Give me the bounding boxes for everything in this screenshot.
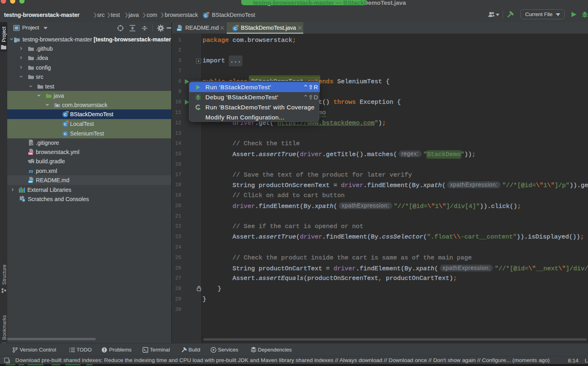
svg-text:C: C bbox=[234, 26, 237, 31]
svg-text:C: C bbox=[64, 122, 67, 126]
svg-text:m: m bbox=[29, 168, 33, 174]
svg-text:C: C bbox=[64, 112, 67, 117]
svg-text:C: C bbox=[64, 132, 67, 136]
svg-text:C: C bbox=[205, 13, 207, 18]
svg-text:MD: MD bbox=[29, 181, 33, 183]
svg-text:YML: YML bbox=[28, 152, 33, 155]
svg-text:MD: MD bbox=[177, 29, 181, 31]
